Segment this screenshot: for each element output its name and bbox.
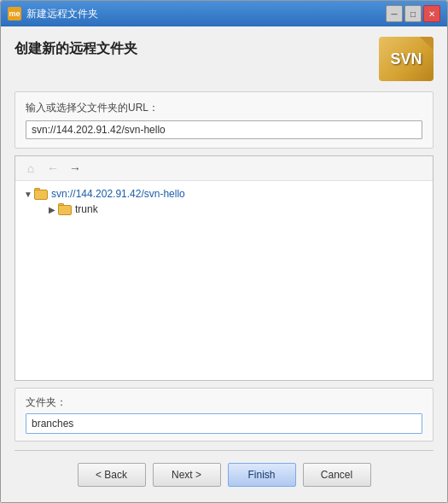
minimize-button[interactable]: ─ xyxy=(386,5,403,22)
button-bar: < Back Next > Finish Cancel xyxy=(15,459,433,492)
url-section: 输入或选择父文件夹的URL： xyxy=(15,91,433,149)
close-button[interactable]: ✕ xyxy=(423,5,440,22)
root-item-label: svn://144.202.91.42/svn-hello xyxy=(51,188,185,200)
header-area: 创建新的远程文件夹 SVN xyxy=(15,37,433,81)
next-button[interactable]: Next > xyxy=(153,463,221,487)
cancel-button[interactable]: Cancel xyxy=(303,463,371,487)
finish-button[interactable]: Finish xyxy=(228,463,296,487)
tree-body: ▼ svn://144.202.91.42/svn-hello ▶ xyxy=(15,181,433,380)
trunk-item[interactable]: ▶ trunk xyxy=(46,202,426,217)
page-title: 创建新的远程文件夹 xyxy=(15,40,137,58)
title-bar-buttons: ─ □ ✕ xyxy=(386,5,440,22)
url-label: 输入或选择父文件夹的URL： xyxy=(26,101,422,115)
maximize-button[interactable]: □ xyxy=(404,5,422,22)
title-bar: me 新建远程文件夹 ─ □ ✕ xyxy=(1,1,447,26)
folder-section: 文件夹： xyxy=(15,388,433,442)
root-folder-icon xyxy=(34,188,48,200)
back-button[interactable]: ← xyxy=(44,160,61,177)
root-expander[interactable]: ▼ xyxy=(22,188,34,200)
trunk-folder-icon xyxy=(58,203,72,215)
app-icon: me xyxy=(8,7,21,20)
svn-logo-fold xyxy=(420,37,433,50)
separator xyxy=(15,450,433,451)
folder-label: 文件夹： xyxy=(26,395,422,410)
window-title: 新建远程文件夹 xyxy=(26,7,386,21)
back-button[interactable]: < Back xyxy=(78,463,146,487)
dialog-window: me 新建远程文件夹 ─ □ ✕ 创建新的远程文件夹 SVN 输入或选择父文件夹… xyxy=(0,0,448,503)
home-button[interactable]: ⌂ xyxy=(22,160,39,177)
tree-child-area: ▶ trunk xyxy=(22,202,426,217)
url-input[interactable] xyxy=(26,120,422,139)
folder-input[interactable] xyxy=(26,413,422,434)
trunk-item-label: trunk xyxy=(75,203,98,215)
forward-button[interactable]: → xyxy=(67,160,84,177)
svn-logo-text: SVN xyxy=(390,50,422,68)
trunk-expander[interactable]: ▶ xyxy=(46,203,58,215)
tree-root-item[interactable]: ▼ svn://144.202.91.42/svn-hello xyxy=(22,186,426,202)
dialog-content: 创建新的远程文件夹 SVN 输入或选择父文件夹的URL： ⌂ ← → ▼ xyxy=(1,26,447,502)
tree-toolbar: ⌂ ← → xyxy=(15,156,433,181)
tree-section: ⌂ ← → ▼ svn://144.202.91.42/svn-hello xyxy=(15,155,433,381)
svn-logo: SVN xyxy=(379,37,433,81)
